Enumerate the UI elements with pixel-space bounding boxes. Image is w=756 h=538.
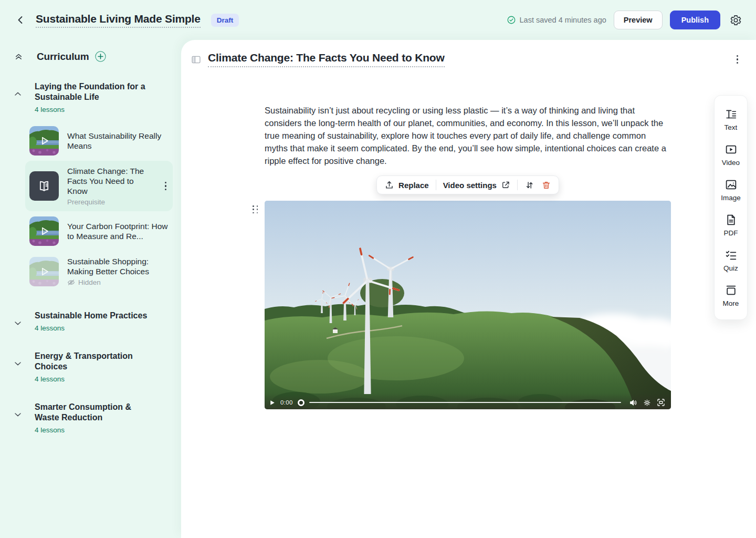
plus-circle-icon [94, 50, 107, 63]
section-header[interactable]: Laying the Foundation for a Sustainable … [13, 81, 173, 113]
section-header[interactable]: Sustainable Home Practices 4 lessons [13, 311, 173, 332]
rail-item-label: Image [721, 194, 741, 202]
course-builder-app: Sustainable Living Made Simple Draft Las… [0, 0, 756, 538]
sidebar-title: Curriculum [37, 51, 89, 63]
section-title: Sustainable Home Practices [35, 311, 147, 321]
check-circle-icon [507, 15, 516, 25]
lesson-title: Climate Change: The Facts You Need to Kn… [67, 166, 154, 196]
video-player[interactable]: 0:00 [265, 201, 671, 409]
toolbar-divider [436, 180, 436, 190]
video-block-toolbar: Replace Video settings [376, 175, 559, 194]
chevron-down-icon [13, 351, 23, 383]
collapse-sidebar-button[interactable] [191, 54, 202, 65]
curriculum-section: Laying the Foundation for a Sustainable … [13, 81, 173, 292]
drag-handle-icon[interactable] [251, 204, 260, 215]
lesson-title: Your Carbon Footprint: How to Measure an… [67, 221, 169, 241]
video-settings-label: Video settings [443, 181, 497, 190]
insert-video-button[interactable]: Video [715, 137, 747, 172]
open-book-icon [36, 178, 52, 194]
add-section-button[interactable] [94, 50, 107, 63]
save-status: Last saved 4 minutes ago [507, 15, 606, 25]
section-title: Smarter Consumption & Waste Reduction [35, 402, 155, 423]
sort-arrows-icon [524, 180, 534, 190]
rail-item-label: More [723, 299, 739, 307]
collapse-all-button[interactable] [13, 51, 24, 63]
insert-more-button[interactable]: More [715, 278, 747, 313]
play-button[interactable] [269, 399, 276, 406]
seek-knob[interactable] [298, 399, 304, 406]
lesson-item[interactable]: What Sustainability Really Means [25, 121, 173, 161]
publish-button[interactable]: Publish [670, 11, 720, 29]
toolbar-divider [517, 180, 518, 190]
player-settings-button[interactable] [643, 398, 652, 407]
reorder-block-button[interactable] [524, 180, 534, 190]
current-time: 0:00 [280, 399, 293, 406]
lesson-editor-panel: Climate Change: The Facts You Need to Kn… [181, 40, 756, 538]
play-overlay-icon [29, 257, 59, 286]
insert-quiz-button[interactable]: Quiz [715, 243, 747, 278]
lesson-page-menu-button[interactable] [734, 53, 741, 66]
section-meta: 4 lessons [35, 375, 155, 383]
gear-icon [730, 14, 742, 26]
lesson-title: Sustainable Shopping: Making Better Choi… [67, 256, 169, 276]
section-meta: 4 lessons [35, 106, 155, 113]
play-overlay-icon [29, 216, 59, 246]
curriculum-section: Sustainable Home Practices 4 lessons [13, 311, 173, 332]
lesson-body-text[interactable]: Sustainability isn’t just about recyclin… [265, 104, 671, 167]
pdf-icon [724, 213, 738, 226]
lesson-thumbnail [29, 126, 59, 156]
insert-pdf-button[interactable]: PDF [715, 208, 747, 243]
lesson-badge: Prerequisite [67, 198, 154, 206]
volume-button[interactable] [629, 398, 638, 407]
lesson-menu-button[interactable] [163, 180, 169, 193]
replace-video-button[interactable]: Replace [384, 180, 429, 190]
course-title[interactable]: Sustainable Living Made Simple [36, 13, 201, 28]
quiz-icon [724, 249, 738, 262]
video-block: 0:00 [265, 201, 671, 409]
section-title: Energy & Transportation Choices [35, 351, 155, 372]
rail-item-label: Video [722, 159, 740, 167]
delete-block-button[interactable] [541, 180, 551, 190]
rail-item-label: Quiz [723, 264, 738, 272]
rail-item-label: PDF [724, 229, 738, 237]
insert-block-rail: Text Video Image PDF Quiz [714, 95, 748, 320]
external-link-icon [501, 180, 510, 190]
lesson-item-hidden[interactable]: Sustainable Shopping: Making Better Choi… [25, 251, 173, 292]
lesson-title: What Sustainability Really Means [67, 131, 169, 151]
lesson-item-selected[interactable]: Climate Change: The Facts You Need to Kn… [25, 161, 173, 211]
video-icon [724, 143, 738, 156]
lesson-item[interactable]: Your Carbon Footprint: How to Measure an… [25, 211, 173, 251]
play-overlay-icon [29, 126, 59, 156]
insert-image-button[interactable]: Image [715, 172, 747, 208]
save-status-text: Last saved 4 minutes ago [520, 16, 606, 24]
curriculum-section: Smarter Consumption & Waste Reduction 4 … [13, 402, 173, 434]
replace-label: Replace [398, 181, 429, 190]
back-button[interactable] [13, 12, 28, 28]
lesson-thumbnail-reading [29, 171, 59, 201]
chevron-down-icon [13, 402, 23, 434]
fullscreen-button[interactable] [656, 398, 666, 407]
upload-icon [384, 180, 394, 190]
section-header[interactable]: Energy & Transportation Choices 4 lesson… [13, 351, 173, 383]
section-header[interactable]: Smarter Consumption & Waste Reduction 4 … [13, 402, 173, 434]
lesson-badge: Hidden [78, 278, 101, 286]
settings-button[interactable] [728, 12, 743, 28]
lesson-page-title[interactable]: Climate Change: The Facts You Need to Kn… [208, 51, 445, 67]
curriculum-section: Energy & Transportation Choices 4 lesson… [13, 351, 173, 383]
video-settings-button[interactable]: Video settings [443, 180, 510, 190]
image-icon [724, 178, 738, 191]
text-icon [724, 108, 738, 121]
panel-toggle-icon [191, 54, 202, 65]
video-controls-bar: 0:00 [265, 394, 671, 409]
more-icon [724, 284, 738, 297]
preview-button[interactable]: Preview [614, 11, 663, 29]
section-meta: 4 lessons [35, 426, 155, 434]
top-header: Sustainable Living Made Simple Draft Las… [0, 0, 756, 40]
seek-track[interactable] [309, 402, 621, 404]
insert-text-button[interactable]: Text [715, 102, 747, 137]
status-badge: Draft [211, 14, 239, 27]
chevron-left-icon [15, 15, 26, 25]
curriculum-sidebar: Curriculum Laying the Foundation for a S… [0, 40, 181, 538]
section-title: Laying the Foundation for a Sustainable … [35, 81, 155, 102]
chevron-up-icon [13, 81, 23, 113]
